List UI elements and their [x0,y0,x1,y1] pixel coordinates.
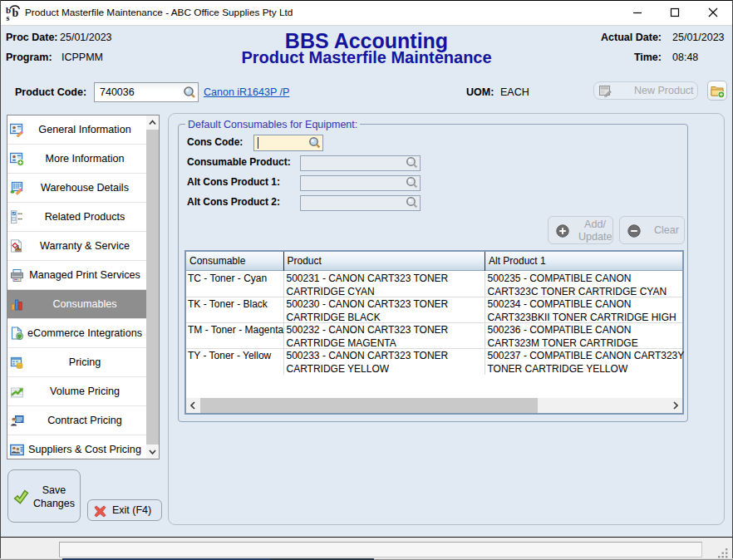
svg-text:b: b [12,7,19,19]
svg-text:s: s [7,13,10,22]
